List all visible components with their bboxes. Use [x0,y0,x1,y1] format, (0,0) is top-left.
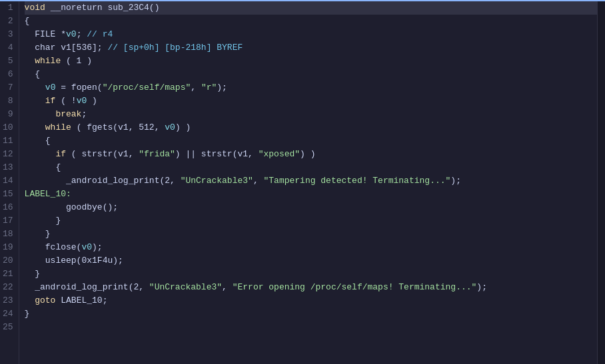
code-line-11: while ( fgets(v1, 512, v0) ) [25,121,597,134]
code-line-21: usleep(0x1F4u); [25,254,597,268]
code-line-19: } [25,228,597,241]
code-line-10: break; [25,108,597,121]
code-line-12: { [25,134,597,148]
code-line-18: } [25,214,597,228]
ln-15: 15 [3,188,13,201]
code-line-15: _android_log_print(2, "UnCrackable3", "T… [25,174,597,188]
code-line-17: goodbye(); [25,201,597,214]
code-line-9: if ( !v0 ) [25,94,597,108]
ln-25: 25 [3,321,13,334]
ln-10: 10 [3,121,13,134]
ln-20: 20 [3,254,13,268]
ln-5: 5 [3,55,13,68]
code-line-20: fclose(v0); [25,241,597,254]
code-text: void __noreturn sub_23C4() { FILE *v0; /… [19,1,597,364]
ln-12: 12 [3,148,13,161]
code-line-1: void __noreturn sub_23C4() [25,1,597,15]
ln-22: 22 [3,281,13,294]
ln-16: 16 [3,201,13,214]
code-line-23: _android_log_print(2, "UnCrackable3", "E… [25,281,597,294]
code-line-14: { [25,161,597,174]
code-line-22: } [25,268,597,281]
code-line-8: v0 = fopen("/proc/self/maps", "r"); [25,81,597,94]
ln-19: 19 [3,241,13,254]
ln-1: 1 [3,1,13,15]
ln-9: 9 [3,108,13,121]
code-line-24: goto LABEL_10; [25,294,597,307]
ln-13: 13 [3,161,13,174]
line-numbers: 1 2 3 4 5 6 7 8 9 10 11 12 13 14 15 16 1… [0,1,19,364]
ln-7: 7 [3,81,13,94]
ln-21: 21 [3,268,13,281]
code-line-25: } [25,307,597,321]
ln-8: 8 [3,94,13,108]
scrollbar[interactable] [597,1,605,364]
code-line-7: { [25,68,597,81]
code-line-3: FILE *v0; // r4 [25,28,597,41]
code-editor: 1 2 3 4 5 6 7 8 9 10 11 12 13 14 15 16 1… [0,0,605,364]
ln-17: 17 [3,214,13,228]
ln-2: 2 [3,15,13,28]
ln-3: 3 [3,28,13,41]
code-line-13: if ( strstr(v1, "frida") || strstr(v1, "… [25,148,597,161]
code-line-16: LABEL_10: [25,188,597,201]
ln-4: 4 [3,41,13,55]
ln-6: 6 [3,68,13,81]
ln-18: 18 [3,228,13,241]
ln-24: 24 [3,307,13,321]
code-line-4: char v1[536]; // [sp+0h] [bp-218h] BYREF [25,41,597,55]
code-line-6: while ( 1 ) [25,55,597,68]
code-line-2: { [25,15,597,28]
ln-14: 14 [3,174,13,188]
ln-23: 23 [3,294,13,307]
ln-11: 11 [3,134,13,148]
